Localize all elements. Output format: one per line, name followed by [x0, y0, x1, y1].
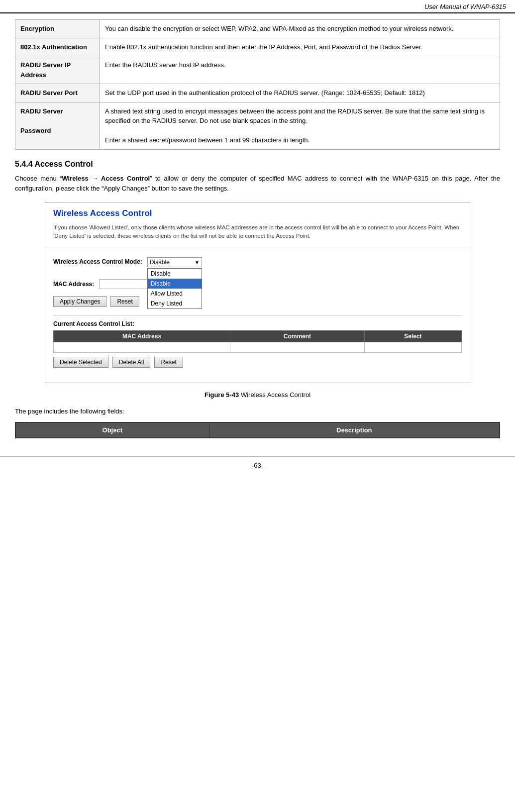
- section-desc: Choose menu “Wireless → Access Control” …: [15, 174, 500, 195]
- dropdown-option-deny[interactable]: Deny Listed: [148, 299, 202, 308]
- header-title: User Manual of WNAP-6315: [424, 3, 506, 10]
- delete-selected-button[interactable]: Delete Selected: [53, 357, 108, 368]
- divider: [53, 315, 462, 315]
- reset-button[interactable]: Reset: [110, 296, 139, 307]
- acl-section: Current Access Control List: MAC Address…: [53, 320, 462, 368]
- row-desc-encryption: You can disable the encryption or select…: [100, 20, 500, 38]
- figure-caption: Figure 5-43 Wireless Access Control: [15, 391, 500, 399]
- row-desc-serverport: Set the UDP port used in the authenticat…: [100, 84, 500, 102]
- acl-table: MAC Address Comment Select: [53, 330, 462, 353]
- main-content: Encryption You can disable the encryptio…: [0, 13, 515, 448]
- delete-all-button[interactable]: Delete All: [112, 357, 151, 368]
- bottom-table: Object Description: [15, 422, 500, 438]
- section-heading: 5.4.4 Access Control: [15, 160, 500, 169]
- bottom-intro: The page includes the following fields:: [15, 406, 500, 416]
- acl-col-mac: MAC Address: [54, 330, 230, 342]
- widget-body: Wireless Access Control Mode: Disable ▼ …: [45, 252, 470, 383]
- row-label-encryption: Encryption: [15, 20, 100, 38]
- acl-label: Current Access Control List:: [53, 320, 462, 327]
- table-row: RADIU ServerPassword A shared text strin…: [15, 102, 500, 149]
- mode-label: Wireless Access Control Mode:: [53, 257, 142, 265]
- widget-desc: If you choose 'Allowed Listed', only tho…: [45, 222, 470, 247]
- acl-cell: [364, 342, 461, 352]
- mode-select-value: Disable: [150, 259, 170, 266]
- wireless-access-control-widget: Wireless Access Control If you choose 'A…: [45, 202, 470, 383]
- figure-caption-bold: Figure 5-43: [205, 391, 239, 399]
- mode-select-wrapper[interactable]: Disable ▼ Disable Disable Allow Listed D…: [147, 257, 202, 267]
- row-desc-auth: Enable 802.1x authentication function an…: [100, 38, 500, 56]
- acl-col-select: Select: [364, 330, 461, 342]
- acl-cell: [230, 342, 365, 352]
- apply-changes-button[interactable]: Apply Changes: [53, 296, 106, 307]
- page-header: User Manual of WNAP-6315: [0, 0, 515, 13]
- acl-col-comment: Comment: [230, 330, 365, 342]
- table-row: RADIU Server IP Address Enter the RADIUS…: [15, 56, 500, 84]
- info-table: Encryption You can disable the encryptio…: [15, 19, 500, 150]
- acl-empty-row: [54, 342, 462, 352]
- widget-title: Wireless Access Control: [45, 203, 470, 222]
- dropdown-option-disable-selected[interactable]: Disable: [148, 279, 202, 289]
- dropdown-option-allow[interactable]: Allow Listed: [148, 289, 202, 299]
- acl-btn-row: Delete Selected Delete All Reset: [53, 357, 462, 368]
- row-label-serverip: RADIU Server IP Address: [15, 56, 100, 84]
- row-desc-serverip: Enter the RADIUS server host IP address.: [100, 56, 500, 84]
- page-footer: -63-: [0, 456, 515, 472]
- acl-reset-button[interactable]: Reset: [154, 357, 183, 368]
- table-row: Encryption You can disable the encryptio…: [15, 20, 500, 38]
- row-label-serverpass: RADIU ServerPassword: [15, 102, 100, 149]
- row-label-auth: 802.1x Authentication: [15, 38, 100, 56]
- mode-row: Wireless Access Control Mode: Disable ▼ …: [53, 257, 462, 267]
- mac-row: MAC Address:: [53, 279, 462, 289]
- figure-caption-text: Wireless Access Control: [239, 391, 310, 399]
- col-object: Object: [15, 422, 209, 438]
- mode-dropdown[interactable]: Disable Disable Allow Listed Deny Listed: [147, 268, 202, 309]
- acl-header-row: MAC Address Comment Select: [54, 330, 462, 342]
- row-desc-serverpass: A shared text string used to encrypt mes…: [100, 102, 500, 149]
- apply-reset-row: Apply Changes Reset: [53, 296, 462, 307]
- row-label-serverport: RADIU Server Port: [15, 84, 100, 102]
- table-row: RADIU Server Port Set the UDP port used …: [15, 84, 500, 102]
- dropdown-arrow-icon: ▼: [195, 260, 200, 265]
- mac-label: MAC Address:: [53, 281, 94, 288]
- dropdown-option-disable-top[interactable]: Disable: [148, 269, 202, 279]
- mode-select-display[interactable]: Disable ▼: [147, 257, 202, 267]
- bottom-table-header-row: Object Description: [15, 422, 500, 438]
- acl-cell: [54, 342, 230, 352]
- table-row: 802.1x Authentication Enable 802.1x auth…: [15, 38, 500, 56]
- col-description: Description: [209, 422, 500, 438]
